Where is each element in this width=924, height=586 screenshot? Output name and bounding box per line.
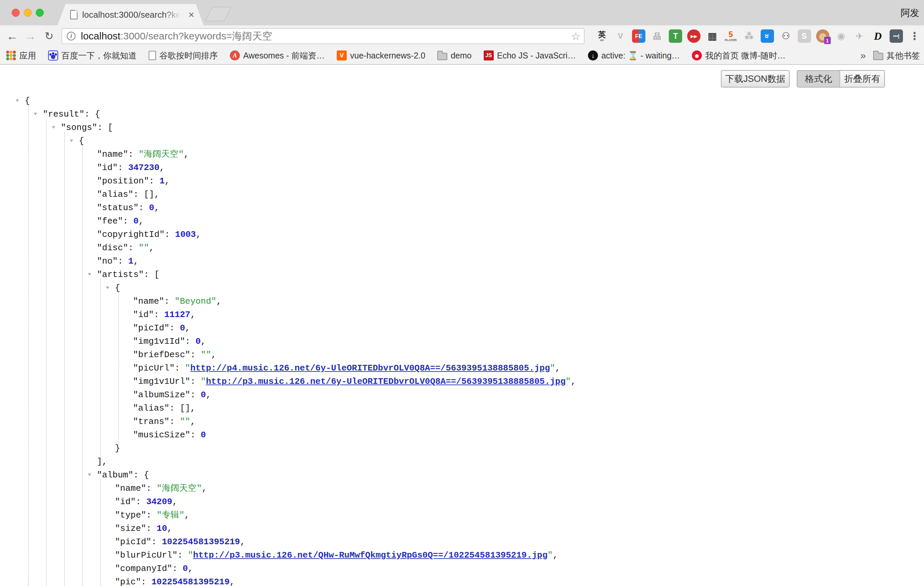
json-punct: ,: [216, 296, 222, 306]
bookmark-baidu-label: 百度一下，你就知道: [61, 50, 137, 61]
translate-icon[interactable]: 英en: [595, 30, 609, 43]
html5-player-icon[interactable]: 5PLAYER: [724, 30, 737, 43]
json-line: "alias": [],: [0, 188, 924, 201]
back-icon[interactable]: ←: [4, 25, 21, 47]
bookmark-active[interactable]: ↓active: ⌛ - waiting…: [588, 50, 680, 61]
json-line: ▼"result": {: [0, 107, 924, 121]
url-bar[interactable]: i localhost:3000/search?keywords=海阔天空 ☆: [61, 28, 584, 44]
indent-guide: [46, 119, 47, 586]
json-punct: ,: [555, 363, 561, 373]
json-key: "briefDesc": [133, 350, 190, 360]
json-punct: ,: [154, 203, 160, 213]
json-line: "copyrightId": 1003,: [0, 228, 924, 241]
bookmark-vue-hackernews[interactable]: Vvue-hackernews-2.0: [337, 50, 425, 61]
site-info-icon[interactable]: i: [67, 32, 76, 40]
json-key: "result": [43, 109, 84, 119]
bookmark-baidu[interactable]: 百度一下，你就知道: [48, 50, 137, 61]
close-window-button[interactable]: [12, 9, 20, 17]
bookmark-awesomes[interactable]: AAwesomes - 前端资…: [230, 50, 325, 61]
vue-devtools-icon[interactable]: V: [614, 30, 627, 43]
json-url-link[interactable]: http://p3.music.126.net/6y-UleORITEDbvrO…: [206, 376, 566, 386]
bookmark-apps[interactable]: 应用: [6, 50, 36, 61]
qr-code-icon[interactable]: ▦: [706, 30, 719, 43]
baidu-icon: [48, 50, 58, 61]
json-line: "companyId": 0,: [0, 562, 924, 575]
apps-icon: [6, 50, 16, 61]
paw-icon[interactable]: ⁂: [742, 30, 756, 43]
s-icon-glyph: S: [802, 32, 807, 40]
sitemap-icon[interactable]: 品: [650, 30, 664, 43]
other-bookmarks-folder[interactable]: 其他书签: [873, 50, 920, 61]
browser-menu-icon[interactable]: ⋮: [908, 30, 921, 43]
json-punct: :: [165, 229, 175, 239]
json-key: "blurPicUrl": [115, 550, 177, 560]
collapse-toggle-icon[interactable]: ▼: [31, 109, 40, 120]
json-punct: ,: [184, 149, 189, 159]
tampermonkey-icon[interactable]: T: [669, 30, 682, 43]
json-line: ▼"album": {: [0, 469, 924, 482]
profile-name[interactable]: 阿发: [901, 7, 919, 19]
json-punct: ,: [571, 376, 576, 386]
collapse-all-button[interactable]: 折叠所有: [840, 71, 884, 87]
collapse-toggle-icon[interactable]: ▼: [13, 95, 21, 107]
json-punct: ,: [229, 577, 235, 586]
minimize-window-button[interactable]: [24, 9, 32, 17]
fast-forward-icon[interactable]: ▶▶: [687, 30, 701, 43]
bookmark-weibo[interactable]: 我的首页 微博-随时…: [692, 50, 785, 61]
bird-icon[interactable]: ✈: [853, 30, 866, 43]
browser-toolbar: ← → ↻ i localhost:3000/search?keywords=海…: [0, 25, 924, 47]
spy-icon[interactable]: ⚇: [779, 30, 792, 43]
bookmarks-overflow-chevron-icon[interactable]: »: [860, 50, 866, 61]
json-key: "name": [133, 296, 164, 306]
monkey-icon[interactable]: 1: [816, 30, 830, 43]
json-punct: {: [115, 283, 120, 293]
folder-icon: [437, 53, 447, 60]
bookmark-echo-js[interactable]: JSEcho JS - JavaScri…: [484, 50, 576, 61]
json-punct: ,: [206, 390, 211, 400]
collapse-toggle-icon[interactable]: ▼: [50, 122, 58, 133]
json-punct: :: [190, 390, 201, 400]
bookmark-google-by-time[interactable]: 谷歌按时间排序: [148, 50, 218, 61]
collapse-toggle-icon[interactable]: ▼: [104, 282, 112, 294]
indent-guide: [100, 279, 101, 458]
pull-down-icon[interactable]: »: [761, 30, 774, 43]
json-url-link[interactable]: http://p4.music.126.net/6y-UleORITEDbvrO…: [190, 363, 550, 373]
spy-icon-glyph: ⚇: [782, 31, 790, 41]
s-icon[interactable]: S: [798, 30, 811, 43]
download-json-button[interactable]: 下载JSON数据: [721, 70, 790, 87]
d-icon[interactable]: D: [871, 30, 884, 43]
json-key: "disc": [97, 243, 128, 253]
json-number: 0: [183, 564, 188, 574]
bookmark-star-icon[interactable]: ☆: [571, 30, 581, 43]
json-punct: ,: [149, 243, 154, 253]
maximize-window-button[interactable]: [36, 9, 44, 17]
json-line: "size": 10,: [0, 522, 924, 535]
bookmark-active-label: active: ⌛ - waiting…: [601, 51, 680, 61]
json-number: 0: [133, 216, 139, 226]
bookmark-demo[interactable]: demo: [437, 51, 472, 61]
collapse-toggle-icon[interactable]: ▼: [68, 135, 76, 147]
collapse-toggle-icon[interactable]: ▼: [86, 469, 94, 481]
json-line: "disc": "",: [0, 241, 924, 254]
new-tab-button[interactable]: [205, 7, 231, 21]
reload-icon[interactable]: ↻: [41, 25, 58, 47]
url-text[interactable]: localhost:3000/search?keywords=海阔天空: [81, 30, 272, 43]
json-url-link[interactable]: http://p3.music.126.net/QHw-RuMwfQkmgtiy…: [193, 550, 548, 560]
json-line: "id": 34209,: [0, 495, 924, 508]
collapse-toggle-icon[interactable]: ▼: [86, 269, 94, 280]
json-line: }: [0, 442, 924, 455]
weibo-icon: [692, 50, 702, 61]
tab-close-icon[interactable]: ×: [188, 10, 195, 20]
browser-tab[interactable]: localhost:3000/search?keywor ×: [58, 4, 204, 25]
json-key: "size": [115, 523, 146, 533]
json-string: "": [201, 350, 211, 360]
json-punct: :: [146, 484, 157, 494]
weibo-gray-icon[interactable]: ◉: [835, 30, 848, 43]
json-key: "musicSize": [133, 430, 190, 440]
lastpass-icon[interactable]: •••|: [889, 30, 903, 43]
fe-icon[interactable]: FE: [632, 30, 645, 43]
format-button[interactable]: 格式化: [797, 71, 840, 87]
json-punct: :: [172, 564, 183, 574]
json-punct: ,: [133, 256, 139, 266]
json-punct: :: [175, 363, 185, 373]
